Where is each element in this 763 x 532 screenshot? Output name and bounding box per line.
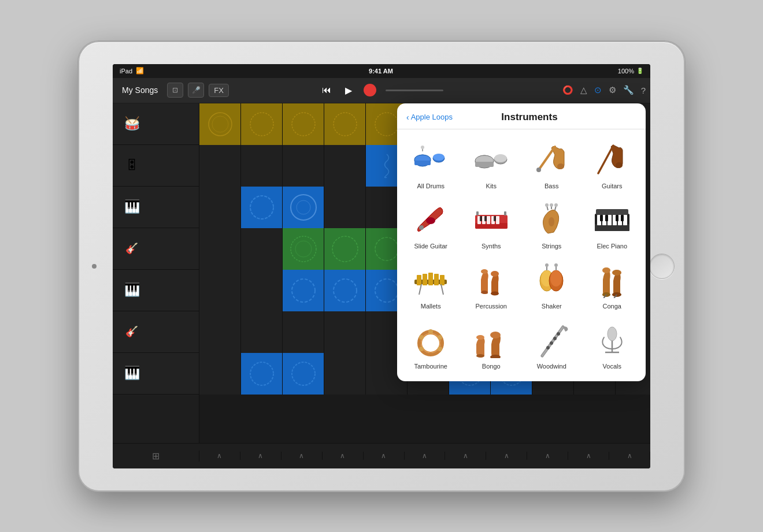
fx-button[interactable]: FX [209, 84, 229, 97]
bottom-arrow-7[interactable]: ∧ [445, 452, 486, 460]
instrument-item-bass[interactable]: Bass [523, 136, 581, 194]
circle-icon[interactable]: ⭕ [562, 85, 573, 95]
grid-cell-4-4[interactable] [324, 228, 366, 270]
status-bar: iPad 📶 9:41 AM 100% 🔋 [113, 64, 650, 78]
instrument-item-percussion[interactable]: Percussion [462, 256, 521, 314]
svg-rect-50 [496, 216, 499, 224]
transport-slider[interactable] [386, 90, 443, 91]
grid-cell-2-2[interactable] [241, 145, 283, 187]
instrument-item-elec-piano[interactable]: Elec Piano [583, 196, 642, 254]
bottom-arrow-8[interactable]: ∧ [486, 452, 527, 460]
instrument-item-shaker[interactable]: Shaker [523, 256, 581, 314]
track-item-piano[interactable]: 🎹 [113, 353, 199, 395]
grid-cell-3-2[interactable] [241, 187, 283, 228]
bongo-label: Bongo [482, 363, 501, 370]
instrument-item-all-drums[interactable]: All Drums [402, 136, 460, 194]
bottom-arrow-11[interactable]: ∧ [609, 452, 650, 460]
grid-cell-5-1[interactable] [199, 270, 241, 311]
svg-point-111 [490, 332, 501, 338]
svg-point-96 [602, 267, 610, 273]
grid-cell-5-3[interactable] [283, 270, 324, 311]
instrument-item-tambourine[interactable]: Tambourine [402, 317, 460, 374]
settings-icon[interactable]: 🔧 [623, 85, 634, 95]
svg-point-42 [426, 217, 435, 224]
bottom-track-controls[interactable]: ⊞ [113, 451, 199, 462]
svg-line-82 [419, 284, 421, 295]
svg-rect-73 [616, 215, 618, 221]
grid-cell-7-1[interactable] [199, 353, 241, 395]
instrument-item-slide-guitar[interactable]: Slide Guitar [402, 196, 460, 254]
instrument-item-conga[interactable]: Conga [583, 256, 642, 314]
mic-button[interactable]: 🎤 [188, 83, 204, 98]
popup-header: ‹ Apple Loops Instruments [397, 103, 646, 129]
bottom-arrow-5[interactable]: ∧ [364, 452, 405, 460]
instrument-item-synths[interactable]: Synths [462, 196, 521, 254]
back-label[interactable]: Apple Loops [411, 113, 453, 121]
svg-rect-72 [605, 215, 608, 221]
bottom-arrow-9[interactable]: ∧ [527, 452, 568, 460]
grid-cell-6-4[interactable] [324, 311, 366, 353]
home-button[interactable] [649, 254, 675, 279]
grid-cell-7-4[interactable] [324, 353, 366, 395]
grid-cell-1-3[interactable] [283, 103, 324, 145]
grid-cell-1-4[interactable] [324, 103, 366, 145]
grid-cell-1-2[interactable] [241, 103, 283, 145]
loops-icon[interactable]: ⊙ [594, 85, 602, 95]
grid-cell-6-1[interactable] [199, 311, 241, 353]
track-item-bass[interactable]: 🎸 [113, 311, 199, 353]
svg-point-104 [428, 329, 433, 334]
wifi-icon: 📶 [136, 67, 144, 75]
track-item-drums[interactable]: 🥁 [113, 103, 199, 145]
track-item-synth2[interactable]: 🎸 [113, 228, 199, 270]
grid-cell-5-2[interactable] [241, 270, 283, 311]
instrument-item-kits[interactable]: Kits [462, 136, 521, 194]
grid-cell-7-3[interactable] [283, 353, 324, 395]
grid-cell-1-1[interactable] [199, 103, 241, 145]
record-button[interactable] [364, 84, 376, 96]
split-view-icon: ⊡ [172, 86, 178, 94]
bottom-arrow-4[interactable]: ∧ [323, 452, 364, 460]
grid-cell-2-1[interactable] [199, 145, 241, 187]
bottom-arrow-2[interactable]: ∧ [240, 452, 282, 460]
toolbar-center: ⏮ ▶ [294, 84, 470, 96]
svg-rect-80 [434, 274, 439, 285]
grid-cell-5-4[interactable] [324, 270, 366, 311]
play-button[interactable]: ▶ [343, 85, 354, 96]
svg-rect-48 [487, 216, 490, 224]
instrument-item-strings[interactable]: Strings [523, 196, 581, 254]
instrument-item-bongo[interactable]: Bongo [462, 317, 521, 374]
track-item-synth1[interactable]: 🎹 [113, 187, 199, 228]
grid-cell-6-3[interactable] [283, 311, 324, 353]
grid-cell-3-3[interactable] [283, 187, 324, 228]
grid-cell-2-4[interactable] [324, 145, 366, 187]
grid-cell-3-1[interactable] [199, 187, 241, 228]
grid-cell-4-1[interactable] [199, 228, 241, 270]
instrument-item-guitars[interactable]: Guitars [583, 136, 642, 194]
grid-cell-4-2[interactable] [241, 228, 283, 270]
instrument-item-mallets[interactable]: Mallets [402, 256, 460, 314]
track-thumb-sampler: 🎛 [117, 151, 146, 180]
grid-cell-7-2[interactable] [241, 353, 283, 395]
back-button[interactable]: ‹ Apple Loops [406, 113, 453, 122]
bottom-arrow-1[interactable]: ∧ [199, 452, 240, 460]
svg-line-38 [539, 147, 555, 170]
bottom-arrow-3[interactable]: ∧ [282, 452, 323, 460]
my-songs-button[interactable]: My Songs [117, 83, 162, 97]
kits-label: Kits [486, 183, 497, 189]
svg-rect-71 [600, 215, 603, 221]
help-icon[interactable]: ? [641, 85, 646, 95]
instrument-item-vocals[interactable]: Vocals [583, 317, 642, 374]
bottom-arrow-6[interactable]: ∧ [405, 452, 446, 460]
bottom-arrow-10[interactable]: ∧ [568, 452, 609, 460]
split-view-button[interactable]: ⊡ [167, 83, 183, 98]
track-item-keys[interactable]: 🎹 [113, 270, 199, 311]
mixer-icon[interactable]: ⚙ [609, 85, 616, 95]
metronome-icon[interactable]: △ [580, 85, 587, 95]
track-item-sampler[interactable]: 🎛 [113, 145, 199, 187]
grid-cell-3-4[interactable] [324, 187, 366, 228]
grid-cell-4-3[interactable] [283, 228, 324, 270]
grid-cell-6-2[interactable] [241, 311, 283, 353]
instrument-item-woodwind[interactable]: Woodwind [523, 317, 581, 374]
grid-cell-2-3[interactable] [283, 145, 324, 187]
rewind-button[interactable]: ⏮ [320, 85, 334, 95]
